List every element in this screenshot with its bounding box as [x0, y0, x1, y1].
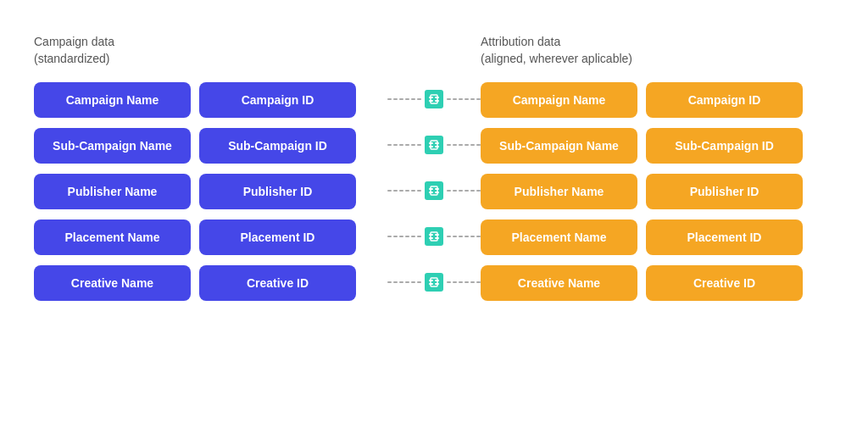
middle-row-3 — [387, 173, 481, 208]
placement-name-chip-left: Placement Name — [34, 220, 191, 255]
publisher-name-chip-left: Publisher Name — [34, 174, 191, 209]
link-icon-3 — [425, 181, 443, 200]
dash-line-left-2 — [387, 144, 421, 146]
publisher-name-chip-right: Publisher Name — [481, 174, 637, 209]
svg-rect-9 — [431, 141, 437, 149]
right-row-2: Sub-Campaign Name Sub-Campaign ID — [481, 128, 834, 164]
svg-rect-14 — [431, 186, 437, 195]
right-row-5: Creative Name Creative ID — [481, 265, 834, 301]
campaign-name-chip-left: Campaign Name — [34, 82, 191, 118]
main-container: Campaign data(standardized) Campaign Nam… — [0, 0, 868, 439]
columns-wrapper: Campaign data(standardized) Campaign Nam… — [34, 34, 834, 311]
link-icon-5 — [425, 273, 443, 292]
placement-id-chip-right: Placement ID — [646, 220, 803, 255]
dash-line-left-3 — [387, 190, 421, 192]
creative-id-chip-left: Creative ID — [199, 265, 356, 301]
svg-rect-19 — [431, 232, 437, 241]
dash-line-left-5 — [387, 281, 421, 283]
sub-campaign-name-chip-left: Sub-Campaign Name — [34, 128, 191, 164]
svg-rect-4 — [431, 95, 437, 103]
link-icon-4 — [425, 227, 443, 246]
dash-line-right-4 — [447, 236, 481, 237]
left-row-4: Placement Name Placement ID — [34, 220, 387, 255]
link-icon-1 — [425, 90, 443, 108]
middle-row-2 — [387, 127, 481, 163]
middle-row-5 — [387, 264, 481, 300]
right-row-3: Publisher Name Publisher ID — [481, 174, 834, 209]
right-section-header: Attribution data(aligned, wherever aplic… — [481, 34, 834, 67]
left-section-header: Campaign data(standardized) — [34, 34, 387, 67]
left-row-3: Publisher Name Publisher ID — [34, 174, 387, 209]
creative-name-chip-right: Creative Name — [481, 265, 637, 301]
creative-id-chip-right: Creative ID — [646, 265, 803, 301]
sub-campaign-id-chip-right: Sub-Campaign ID — [646, 128, 803, 164]
middle-row-4 — [387, 219, 481, 254]
placement-id-chip-left: Placement ID — [199, 220, 356, 255]
sub-campaign-id-chip-left: Sub-Campaign ID — [199, 128, 356, 164]
dash-line-right-1 — [447, 98, 481, 100]
left-row-5: Creative Name Creative ID — [34, 265, 387, 301]
campaign-name-chip-right: Campaign Name — [481, 82, 637, 118]
dash-line-right-2 — [447, 144, 481, 146]
publisher-id-chip-left: Publisher ID — [199, 174, 356, 209]
left-row-2: Sub-Campaign Name Sub-Campaign ID — [34, 128, 387, 164]
link-icon-2 — [425, 136, 443, 154]
right-row-1: Campaign Name Campaign ID — [481, 82, 834, 118]
right-section: Attribution data(aligned, wherever aplic… — [481, 34, 834, 311]
middle-row-1 — [387, 81, 481, 117]
dash-line-left-1 — [387, 98, 421, 100]
campaign-id-chip-right: Campaign ID — [646, 82, 803, 118]
dash-line-right-5 — [447, 281, 481, 283]
sub-campaign-name-chip-right: Sub-Campaign Name — [481, 128, 637, 164]
placement-name-chip-right: Placement Name — [481, 220, 637, 255]
creative-name-chip-left: Creative Name — [34, 265, 191, 301]
dash-line-right-3 — [447, 190, 481, 192]
campaign-id-chip-left: Campaign ID — [199, 82, 356, 118]
left-row-1: Campaign Name Campaign ID — [34, 82, 387, 118]
right-row-4: Placement Name Placement ID — [481, 220, 834, 255]
dash-line-left-4 — [387, 236, 421, 237]
svg-rect-24 — [431, 278, 437, 286]
left-section: Campaign data(standardized) Campaign Nam… — [34, 34, 387, 311]
publisher-id-chip-right: Publisher ID — [646, 174, 803, 209]
middle-section — [387, 34, 481, 310]
